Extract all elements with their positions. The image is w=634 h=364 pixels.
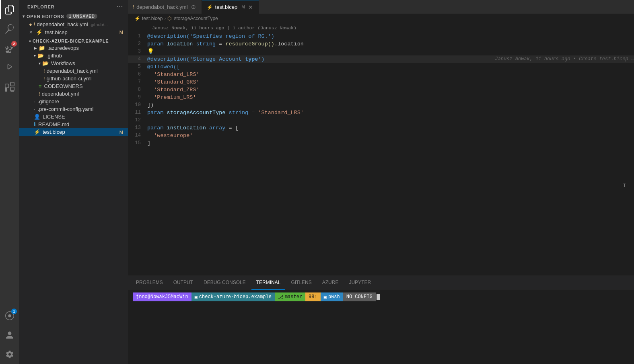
tab-bicep-icon: ⚡ <box>207 4 213 10</box>
git-blame-bar: Janusz Nowak, 11 hours ago | 1 author (J… <box>128 23 634 33</box>
breadcrumb-file[interactable]: test.bicep <box>142 16 163 21</box>
terminal-content[interactable]: jnno@NowakJ5MacWin ▣check-azure-bicep.ex… <box>128 290 634 364</box>
close-icon[interactable]: ✕ <box>29 30 33 35</box>
code-line-8[interactable]: 8 'Standard_ZRS' <box>128 86 634 94</box>
tab-test-bicep[interactable]: ⚡ test.bicep M ✕ <box>202 0 259 14</box>
code-editor[interactable]: Janusz Nowak, 11 hours ago | 1 author (J… <box>128 23 634 276</box>
code-line-9[interactable]: 9 'Premium_LRS' <box>128 94 634 101</box>
file-license[interactable]: 👤 LICENSE <box>19 113 128 121</box>
file-warning-excl: ! <box>43 68 45 74</box>
panel-tab-terminal[interactable]: TERMINAL <box>251 276 286 290</box>
dependabot-warning-icon: ! <box>39 91 40 97</box>
extensions-activity-icon[interactable] <box>0 77 19 96</box>
svg-point-0 <box>8 314 11 317</box>
file-warning-excl2: ! <box>43 76 45 82</box>
code-line-5[interactable]: 5 @allowed([ <box>128 63 634 71</box>
readme-icon: ℹ <box>34 121 36 127</box>
explorer-menu-icon[interactable]: ··· <box>117 3 123 10</box>
code-line-3[interactable]: 3 💡 <box>128 48 634 55</box>
code-line-6[interactable]: 6 'Standard_LRS' <box>128 71 634 78</box>
panel-tab-gitlens[interactable]: GITLENS <box>286 276 316 290</box>
tab-bar: ! dependabot_hack.yml ⊙ ⚡ test.bicep M ✕ <box>128 0 634 14</box>
breadcrumb-symbol[interactable]: storageAccountType <box>174 16 218 21</box>
panel: PROBLEMS OUTPUT DEBUG CONSOLE TERMINAL G… <box>128 276 634 364</box>
tab-close-bicep[interactable]: ✕ <box>247 4 254 10</box>
terminal-pwsh-seg: ▣pwsh <box>321 292 343 301</box>
bicep-file-icon-bc: ⚡ <box>134 16 140 21</box>
tab-close-dependabot[interactable]: ⊙ <box>190 4 197 10</box>
main-editor-area: ! dependabot_hack.yml ⊙ ⚡ test.bicep M ✕… <box>128 0 634 364</box>
code-line-13[interactable]: 13 param instLocation array = [ <box>128 124 634 132</box>
file-test-bicep[interactable]: ⚡ test.bicep M <box>19 128 128 136</box>
terminal-prompt: jnno@NowakJ5MacWin ▣check-azure-bicep.ex… <box>133 292 629 301</box>
folder-workflows[interactable]: ▾ 📂 Workflows <box>19 59 128 67</box>
code-line-11[interactable]: 11 param storageAccountType string = 'St… <box>128 109 634 117</box>
code-line-15[interactable]: 15 ] <box>128 139 634 147</box>
terminal-user-seg: jnno@NowakJ5MacWin <box>133 292 191 301</box>
code-line-2[interactable]: 2 param location string = resourceGroup(… <box>128 40 634 48</box>
sidebar: EXPLORER ··· ▾ OPEN EDITORS 1 unsaved ● … <box>19 0 128 364</box>
open-editors-header[interactable]: ▾ OPEN EDITORS 1 unsaved <box>19 12 128 20</box>
folder-chevron: ▶ <box>34 46 37 50</box>
warning-icon: ● <box>29 21 32 27</box>
folder-chevron-open: ▾ <box>34 53 36 58</box>
folder-github[interactable]: ▾ 📂 .github <box>19 52 128 59</box>
search-activity-icon[interactable] <box>0 19 19 39</box>
license-icon: 👤 <box>34 114 40 120</box>
code-line-12[interactable]: 12 <box>128 117 634 124</box>
editor-and-panel: Janusz Nowak, 11 hours ago | 1 author (J… <box>128 23 634 364</box>
file-gitignore[interactable]: · .gitignore <box>19 98 128 105</box>
terminal-noconfig-seg: NO CONFIG <box>343 292 376 301</box>
open-editor-test-bicep[interactable]: ✕ ⚡ test.bicep M <box>19 28 128 36</box>
remote-badge: 1 <box>11 309 17 314</box>
file-precommit[interactable]: · .pre-commit-config.yaml <box>19 105 128 113</box>
panel-tabs: PROBLEMS OUTPUT DEBUG CONSOLE TERMINAL G… <box>128 276 634 290</box>
accounts-activity-icon[interactable] <box>0 325 19 345</box>
terminal-dir-seg: ▣check-azure-bicep.example <box>191 292 275 301</box>
tab-dependabot-hack[interactable]: ! dependabot_hack.yml ⊙ <box>128 0 202 14</box>
remote-activity-icon[interactable]: 1 <box>0 306 19 325</box>
project-chevron: ▾ <box>29 39 31 43</box>
panel-tab-output[interactable]: OUTPUT <box>169 276 198 290</box>
panel-tab-azure[interactable]: AZURE <box>317 276 344 290</box>
activity-bar: 2 1 <box>0 0 19 364</box>
panel-tab-debug-console[interactable]: DEBUG CONSOLE <box>199 276 251 290</box>
file-readme[interactable]: ℹ README.md <box>19 121 128 128</box>
open-editor-dependabot-hack[interactable]: ● ! dependabot_hack.yml .github\... <box>19 20 128 28</box>
source-control-activity-icon[interactable]: 2 <box>0 39 19 58</box>
source-control-badge: 2 <box>11 41 17 47</box>
explorer-activity-icon[interactable] <box>0 0 19 19</box>
file-dependabot[interactable]: ! dependabot.yml <box>19 90 128 98</box>
test-bicep-icon: ⚡ <box>34 129 40 135</box>
settings-activity-icon[interactable] <box>0 345 19 364</box>
precommit-icon: · <box>34 106 35 112</box>
bicep-file-icon: ⚡ <box>36 29 43 35</box>
open-editors-chevron: ▾ <box>23 14 25 18</box>
code-line-4[interactable]: 4 @description('Storage Account type') J… <box>128 55 634 63</box>
file-dependabot-hack[interactable]: ! dependabot_hack.yml <box>19 67 128 75</box>
workflows-folder-icon: 📂 <box>42 60 49 66</box>
panel-tab-jupyter[interactable]: JUPYTER <box>344 276 376 290</box>
code-line-14[interactable]: 14 'westeurope' <box>128 132 634 139</box>
code-line-10[interactable]: 10 ]) <box>128 101 634 109</box>
folder-icon: 📁 <box>39 45 45 51</box>
file-codeowners[interactable]: ≡ CODEOWNERS <box>19 82 128 90</box>
cursor-indicator: I <box>623 182 626 190</box>
terminal-cursor <box>376 294 380 300</box>
panel-tab-problems[interactable]: PROBLEMS <box>131 276 168 290</box>
unsaved-badge: 1 unsaved <box>66 14 97 19</box>
terminal-num-seg: 98↑ <box>305 292 321 301</box>
breadcrumb: ⚡ test.bicep › ⬡ storageAccountType <box>128 14 634 23</box>
run-activity-icon[interactable] <box>0 58 19 77</box>
folder-azuredevops[interactable]: ▶ 📁 .azuredevops <box>19 44 128 52</box>
project-root[interactable]: ▾ CHECK-AZURE-BICEP.EXAMPLE <box>19 38 128 44</box>
folder-open-icon: 📂 <box>37 53 44 59</box>
code-line-1[interactable]: 1 @description('Specifies region of RG.'… <box>128 33 634 40</box>
tab-warning-icon: ! <box>133 4 134 10</box>
terminal-branch-seg: ⎇master <box>275 292 305 301</box>
code-line-7[interactable]: 7 'Standard_GRS' <box>128 78 634 86</box>
symbol-icon: ⬡ <box>167 16 171 21</box>
gitignore-icon: · <box>34 98 35 104</box>
codeowners-icon: ≡ <box>39 83 42 89</box>
file-github-action[interactable]: ! github-action-ci.yml <box>19 75 128 82</box>
